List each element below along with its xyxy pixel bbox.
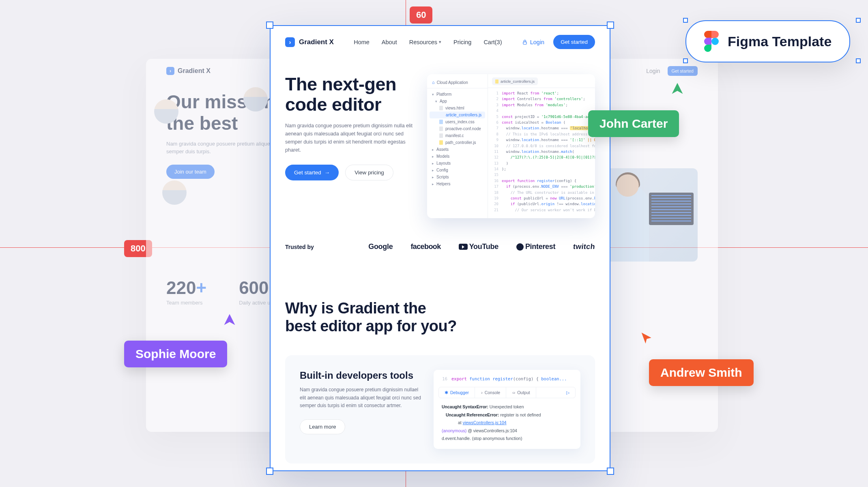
nav-about[interactable]: About (382, 39, 397, 45)
stats-row: 220+Team members 600KDaily active users (166, 278, 281, 306)
selection-handle[interactable] (607, 468, 614, 475)
selected-artboard[interactable]: › Gradient X Home About Resources▾ Prici… (270, 25, 610, 471)
why-section: Why is Gradient thebest editor app for y… (271, 267, 610, 343)
output-tab[interactable]: ‹›Output (507, 387, 536, 398)
file-tree: ⌂Cloud Application ▾Platform ▾App views.… (427, 74, 488, 218)
bg-cta-button: Get started (668, 66, 698, 76)
nav-cart[interactable]: Cart(3) (483, 39, 502, 45)
code-line: 1import React from 'react'; (488, 90, 595, 96)
tree-folder: ▸Helpers (427, 180, 488, 187)
tree-folder: ▸Models (427, 153, 488, 160)
breadcrumb: ⌂Cloud Application (427, 78, 488, 88)
figma-canvas[interactable]: 60 800 › Gradient X HomeAboutResourcesPr… (0, 0, 868, 487)
code-line: 5const projectID = '1c7901d6-5e88-4ba4-a… (488, 114, 595, 120)
selection-handle[interactable] (266, 21, 273, 29)
debugger-tab[interactable]: ✱Debugger (439, 387, 475, 398)
avatar (162, 180, 187, 205)
cursor-icon (639, 331, 653, 345)
tree-folder: ▸Config (427, 167, 488, 174)
arrow-right-icon: → (324, 169, 330, 176)
code-line: 15 (488, 172, 595, 178)
selection-handle[interactable] (266, 468, 273, 475)
code-line: 12 /^127(?:\.(?:25[0-5]|2[0-4][0-9]|[01]… (488, 154, 595, 160)
chevron-right-icon: › (481, 390, 483, 395)
code-line: 18 // The URL constructor is available i… (488, 190, 595, 195)
tree-file: manifest.c (427, 132, 488, 139)
feature-title: Built-in developers tools (300, 370, 421, 381)
lock-icon (522, 39, 528, 45)
pinterest-logo: Pinterest (516, 242, 555, 251)
tree-file: proactive-conf.node (427, 125, 488, 132)
avatar (154, 99, 178, 124)
view-pricing-button[interactable]: View pricing (345, 165, 393, 180)
code-line: 10 // 127.0.0.0/8 is considered localhos… (488, 143, 595, 149)
tree-folder: ▸Layouts (427, 160, 488, 167)
brand-logo[interactable]: › Gradient X (285, 37, 334, 47)
play-icon (459, 244, 468, 250)
hero-title: The next-gencode editor (285, 74, 419, 114)
code-line: 19 const publicUrl = new URL(process.env… (488, 195, 595, 201)
code-line: 3import Modules from 'modules'; (488, 102, 595, 108)
tree-file: views.html (427, 105, 488, 112)
learn-more-button[interactable]: Learn more (300, 419, 345, 434)
figma-badge-label: Figma Template (728, 34, 831, 49)
code-pane: article_controllers.js 1import React fro… (488, 74, 595, 218)
cursor-icon (222, 312, 237, 327)
home-icon: ⌂ (432, 80, 435, 85)
selection-handle[interactable] (607, 21, 614, 29)
code-line: 2import Controllers from 'controllers'; (488, 96, 595, 102)
code-line: 21 // Our service worker won't work if P… (488, 207, 595, 213)
code-line: 4 (488, 108, 595, 114)
avatar (243, 87, 268, 112)
error-output: Uncaught SyntaxError: Unexpected token U… (438, 398, 576, 444)
selection-handle[interactable] (856, 58, 861, 63)
nav-pricing[interactable]: Pricing (453, 39, 471, 45)
code-line: 13 ) (488, 161, 595, 166)
bg-login: Login (646, 68, 660, 74)
youtube-logo: YouTube (459, 242, 498, 251)
get-started-button[interactable]: Get started (553, 35, 595, 49)
trusted-label: Trusted by (285, 244, 314, 250)
code-line: 6const isLocalhost = Boolean ( (488, 120, 595, 125)
tree-file: users_index.css (427, 118, 488, 125)
login-link[interactable]: Login (522, 39, 544, 45)
brand-name: Gradient X (299, 38, 334, 46)
collaborator-tag-sophie: Sophie Moore (124, 341, 227, 367)
selection-handle[interactable] (856, 18, 861, 23)
code-icon: ‹› (512, 390, 515, 395)
console-tab[interactable]: ›Console (475, 387, 506, 398)
tree-folder: ▸Scripts (427, 174, 488, 180)
guide-distance-top: 60 (410, 6, 432, 24)
cursor-icon (670, 81, 685, 96)
nav-resources[interactable]: Resources▾ (409, 39, 441, 45)
hero-get-started-button[interactable]: Get started→ (285, 165, 339, 180)
code-line: 20 if (publicUrl.origin !== window.locat… (488, 201, 595, 207)
svg-rect-0 (523, 42, 526, 44)
code-line: 17 if (process.env.NODE_ENV === 'product… (488, 184, 595, 189)
selection-handle[interactable] (683, 58, 688, 63)
chevron-down-icon: ▾ (439, 39, 441, 45)
code-editor-screenshot: ⌂Cloud Application ▾Platform ▾App views.… (427, 74, 595, 218)
arrow-icon: › (166, 67, 174, 75)
nav-links: Home About Resources▾ Pricing Cart(3) (354, 39, 502, 45)
editor-tab: article_controllers.js (492, 77, 538, 85)
bug-icon: ✱ (445, 390, 448, 395)
run-button[interactable]: ▷ (561, 387, 575, 398)
feature-sub: Nam gravida congue posuere pretium digni… (300, 386, 421, 410)
code-line: 16export function register(config) { (488, 178, 595, 184)
google-logo: Google (368, 242, 393, 251)
selection-handle[interactable] (683, 18, 688, 23)
tree-folder: ▾App (427, 98, 488, 105)
play-icon: ▷ (566, 390, 569, 395)
code-line: 9 window.location.hostname === '[::1]' |… (488, 137, 595, 143)
nav-home[interactable]: Home (354, 39, 370, 45)
hero-subtitle: Nam gravida congue posuere pretium digni… (285, 122, 419, 154)
code-line: 7 window.location.hostname === 'localhos… (488, 125, 595, 131)
why-heading: Why is Gradient thebest editor app for y… (285, 300, 480, 335)
code-line: 8 // This is the IPv6 localhost address. (488, 131, 595, 137)
tree-folder: ▾Platform (427, 91, 488, 98)
figma-template-badge[interactable]: Figma Template (685, 20, 850, 62)
join-team-button: Join our team (166, 165, 215, 179)
tree-file: path_controller.js (427, 139, 488, 146)
debugger-panel: 16export function register(config) { boo… (434, 370, 580, 449)
